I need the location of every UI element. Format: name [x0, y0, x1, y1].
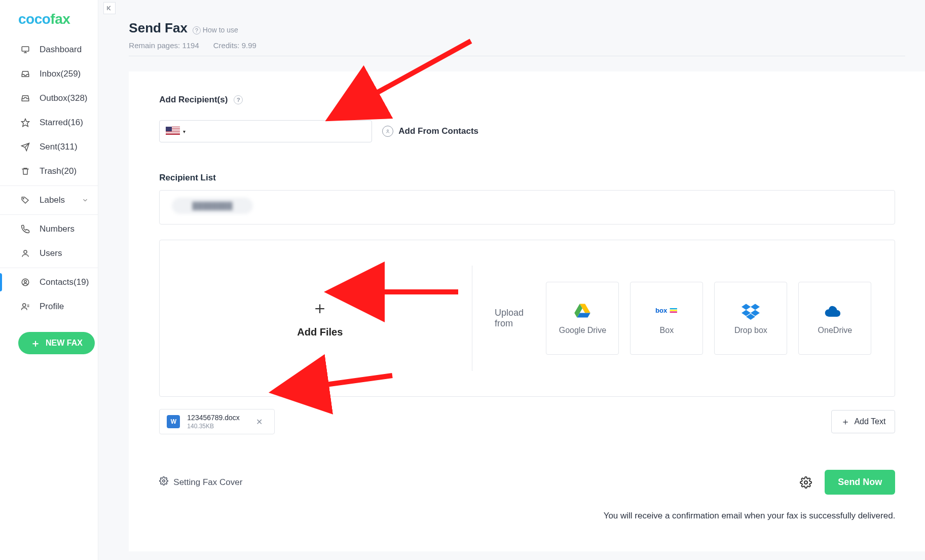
app-root: cocofax Dashboard Inbox(259) Outbox(328)…	[0, 0, 925, 560]
howto-label: How to use	[203, 26, 238, 34]
remain-pages: Remain pages: 1194	[129, 41, 199, 50]
sidebar-item-outbox[interactable]: Outbox(328)	[0, 86, 98, 110]
sidebar-item-contacts[interactable]: Contacts(19)	[0, 270, 98, 294]
inbox-icon	[20, 69, 30, 79]
sidebar-item-label: Numbers	[40, 224, 89, 234]
sidebar: cocofax Dashboard Inbox(259) Outbox(328)…	[0, 0, 98, 560]
chevron-down-icon[interactable]: ▾	[183, 129, 186, 134]
nav-divider	[0, 268, 98, 268]
footer-row: Setting Fax Cover Send Now	[159, 470, 895, 495]
page-title: Send Fax	[129, 20, 188, 36]
tag-icon	[20, 195, 30, 205]
attached-file-item: W 123456789.docx 140.35KB ✕	[159, 409, 275, 434]
add-text-button[interactable]: ＋ Add Text	[831, 410, 895, 433]
provider-box[interactable]: box Box	[630, 282, 703, 355]
page-header: Send Fax ?How to use Remain pages: 1194 …	[98, 0, 925, 64]
new-fax-button[interactable]: ＋ NEW FAX	[18, 332, 95, 354]
recipient-input-row: ▾ Add From Contacts	[159, 120, 895, 142]
how-to-use-link[interactable]: ?How to use	[193, 26, 238, 34]
attached-files-row: W 123456789.docx 140.35KB ✕ ＋ Add Text	[159, 409, 895, 434]
sidebar-item-label: Users	[40, 248, 89, 258]
sidebar-item-label: Starred(16)	[40, 118, 89, 128]
provider-grid: Google Drive box Box Drop box	[546, 282, 871, 355]
sidebar-item-trash[interactable]: Trash(20)	[0, 159, 98, 183]
file-name: 123456789.docx	[187, 414, 240, 422]
provider-google-drive[interactable]: Google Drive	[546, 282, 619, 355]
confirmation-text: You will receive a confirmation email wh…	[159, 511, 895, 521]
flag-us-icon	[166, 127, 180, 136]
new-fax-wrap: ＋ NEW FAX	[0, 319, 98, 354]
phone-icon	[20, 224, 30, 234]
add-files-button[interactable]: ＋ Add Files	[183, 299, 457, 338]
provider-onedrive[interactable]: OneDrive	[798, 282, 871, 355]
chevron-down-icon	[82, 197, 89, 204]
sidebar-collapse-button[interactable]	[103, 2, 116, 14]
user-icon	[20, 248, 30, 258]
question-icon: ?	[193, 26, 201, 34]
upload-box: ＋ Add Files Upload from Google Drive box	[159, 240, 895, 397]
new-fax-label: NEW FAX	[46, 339, 83, 348]
add-from-contacts-button[interactable]: Add From Contacts	[382, 126, 478, 137]
send-settings-button[interactable]	[799, 476, 812, 489]
svg-point-3	[24, 250, 27, 253]
svg-rect-14	[670, 310, 677, 311]
google-drive-icon	[571, 302, 594, 320]
provider-label: Drop box	[734, 326, 767, 335]
fax-cover-label: Setting Fax Cover	[173, 477, 242, 488]
header-divider	[129, 56, 905, 56]
upload-from-label: Upload from	[488, 308, 531, 329]
monitor-icon	[20, 45, 30, 55]
svg-point-6	[23, 304, 26, 307]
svg-marker-16	[742, 304, 751, 310]
gear-icon	[159, 476, 168, 488]
recipient-list-title: Recipient List	[159, 173, 895, 183]
dropbox-icon	[739, 302, 762, 320]
remove-file-button[interactable]: ✕	[256, 417, 263, 427]
user-circle-icon	[382, 126, 393, 137]
send-now-button[interactable]: Send Now	[825, 470, 895, 495]
sidebar-item-numbers[interactable]: Numbers	[0, 217, 98, 241]
sidebar-item-profile[interactable]: Profile	[0, 294, 98, 319]
main-area: Send Fax ?How to use Remain pages: 1194 …	[98, 0, 925, 560]
content-card: Add Recipient(s) ? ▾ Add From Contacts R…	[129, 71, 925, 551]
file-size: 140.35KB	[187, 423, 240, 430]
logo-part2: fax	[50, 11, 70, 27]
svg-point-21	[163, 480, 165, 482]
svg-rect-13	[670, 308, 677, 309]
outbox-icon	[20, 93, 30, 103]
sidebar-item-inbox[interactable]: Inbox(259)	[0, 62, 98, 86]
recipient-phone-input[interactable]: ▾	[159, 120, 372, 142]
setting-fax-cover-button[interactable]: Setting Fax Cover	[159, 476, 242, 488]
svg-rect-15	[670, 312, 677, 313]
sidebar-item-label: Outbox(328)	[40, 93, 89, 103]
sidebar-item-label: Inbox(259)	[40, 69, 89, 79]
add-files-label: Add Files	[297, 326, 343, 338]
sidebar-item-label: Sent(311)	[40, 142, 89, 152]
add-from-contacts-label: Add From Contacts	[398, 126, 478, 136]
provider-label: Google Drive	[559, 326, 606, 335]
sidebar-item-dashboard[interactable]: Dashboard	[0, 38, 98, 62]
recipient-list: ████████	[159, 190, 895, 225]
contact-icon	[20, 277, 30, 287]
credits: Credits: 9.99	[213, 41, 256, 50]
sidebar-item-starred[interactable]: Starred(16)	[0, 110, 98, 135]
recipient-chip-redacted: ████████	[172, 198, 252, 214]
app-logo: cocofax	[0, 0, 98, 38]
header-stats: Remain pages: 1194 Credits: 9.99	[129, 41, 905, 50]
star-icon	[20, 118, 30, 128]
sidebar-item-labels[interactable]: Labels	[0, 188, 98, 212]
sidebar-item-label: Labels	[40, 195, 72, 205]
recipient-phone-field[interactable]	[191, 127, 365, 136]
sidebar-item-label: Trash(20)	[40, 166, 89, 176]
plus-icon: ＋	[30, 338, 41, 348]
help-icon[interactable]: ?	[234, 95, 243, 104]
provider-dropbox[interactable]: Drop box	[714, 282, 787, 355]
sidebar-item-sent[interactable]: Sent(311)	[0, 135, 98, 159]
sidebar-item-users[interactable]: Users	[0, 241, 98, 266]
paper-plane-icon	[20, 142, 30, 152]
sidebar-nav: Dashboard Inbox(259) Outbox(328) Starred…	[0, 38, 98, 319]
nav-divider	[0, 214, 98, 215]
svg-marker-1	[22, 119, 29, 127]
nav-divider	[0, 185, 98, 186]
provider-label: OneDrive	[818, 326, 853, 335]
